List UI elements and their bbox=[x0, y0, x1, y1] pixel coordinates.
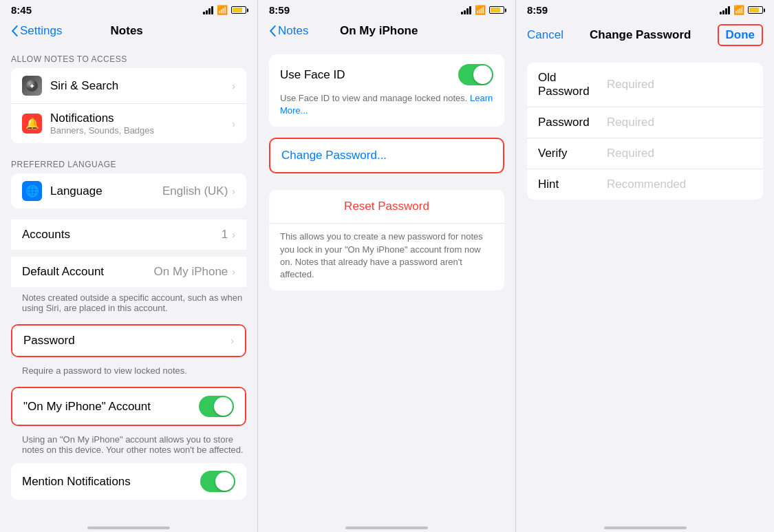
password-field-label: Password bbox=[538, 116, 607, 129]
siri-search-label: Siri & Search bbox=[50, 79, 232, 93]
status-bar-1: 8:45 📶 bbox=[0, 0, 257, 19]
home-bar-1 bbox=[87, 526, 170, 529]
nav-bar-2: Notes On My iPhone bbox=[258, 19, 515, 43]
back-label-1: Settings bbox=[20, 24, 62, 38]
password-row[interactable]: Password › bbox=[12, 326, 245, 356]
old-password-placeholder: Required bbox=[607, 78, 752, 92]
change-password-label: Change Password... bbox=[281, 149, 387, 162]
reset-password-desc: This allows you to create a new password… bbox=[269, 224, 504, 290]
face-id-toggle[interactable] bbox=[458, 64, 493, 85]
accounts-chevron-icon: › bbox=[232, 229, 235, 240]
done-button[interactable]: Done bbox=[718, 24, 764, 46]
mention-notif-group: Mention Notifications bbox=[11, 463, 246, 500]
nav-title-1: Notes bbox=[62, 24, 191, 38]
notifications-row[interactable]: 🔔 Notifications Banners, Sounds, Badges … bbox=[11, 104, 246, 143]
password-chevron-icon: › bbox=[230, 335, 234, 346]
accounts-label: Accounts bbox=[22, 228, 222, 242]
signal-icon-3 bbox=[720, 6, 730, 14]
battery-icon-3 bbox=[748, 6, 763, 14]
hint-label: Hint bbox=[538, 178, 607, 191]
language-value: English (UK) bbox=[162, 184, 228, 198]
panel-notes-settings: 8:45 📶 Settings Notes ALLOW NOTES TO bbox=[0, 0, 258, 532]
old-password-label: Old Password bbox=[538, 71, 607, 98]
password-label: Password bbox=[23, 334, 230, 348]
password-text: Password bbox=[23, 334, 230, 348]
battery-icon-1 bbox=[231, 6, 246, 14]
reset-password-label: Reset Password bbox=[344, 200, 429, 213]
home-bar-3 bbox=[604, 526, 687, 529]
on-my-iphone-group: "On My iPhone" Account bbox=[11, 387, 246, 426]
mention-notif-row: Mention Notifications bbox=[11, 463, 246, 500]
lang-chevron-icon: › bbox=[232, 186, 235, 197]
panel-change-password: 8:59 📶 Cancel Change Password Done Old P… bbox=[516, 0, 774, 532]
back-arrow-icon-2 bbox=[269, 25, 276, 36]
mention-notif-label: Mention Notifications bbox=[22, 475, 200, 489]
back-button-2[interactable]: Notes bbox=[269, 24, 308, 38]
time-1: 8:45 bbox=[11, 4, 32, 16]
notifications-label: Notifications bbox=[50, 111, 232, 125]
change-password-group: Change Password... bbox=[269, 138, 504, 173]
on-my-iphone-helper: Using an "On My iPhone" account allows y… bbox=[0, 432, 257, 463]
allow-access-label: ALLOW NOTES TO ACCESS bbox=[0, 43, 257, 68]
wifi-icon-3: 📶 bbox=[733, 5, 744, 15]
siri-search-row[interactable]: ✦ Siri & Search › bbox=[11, 68, 246, 104]
status-icons-3: 📶 bbox=[720, 5, 763, 15]
cancel-button[interactable]: Cancel bbox=[527, 28, 563, 42]
status-bar-3: 8:59 📶 bbox=[516, 0, 774, 19]
back-label-2: Notes bbox=[278, 24, 308, 38]
change-password-form: Old Password Required Password Required … bbox=[527, 63, 763, 200]
home-indicator-3 bbox=[516, 518, 774, 532]
siri-chevron-icon: › bbox=[232, 81, 235, 92]
nav-bar-1: Settings Notes bbox=[0, 19, 257, 43]
face-id-row: Use Face ID bbox=[280, 64, 493, 85]
accounts-row[interactable]: Accounts 1 › bbox=[11, 220, 246, 250]
on-my-iphone-text: "On My iPhone" Account bbox=[23, 400, 199, 414]
status-bar-2: 8:59 📶 bbox=[258, 0, 515, 19]
notifications-text: Notifications Banners, Sounds, Badges bbox=[50, 111, 232, 136]
default-account-helper: Notes created outside a specific account… bbox=[0, 290, 257, 321]
verify-label: Verify bbox=[538, 147, 607, 160]
toggle-knob bbox=[214, 397, 233, 416]
default-account-group: Default Account On My iPhone › bbox=[11, 257, 246, 287]
notif-icon: 🔔 bbox=[22, 114, 42, 134]
back-button-1[interactable]: Settings bbox=[11, 24, 62, 38]
mention-notif-toggle[interactable] bbox=[200, 471, 235, 492]
wifi-icon-2: 📶 bbox=[475, 5, 486, 15]
lang-icon: 🌐 bbox=[22, 181, 42, 201]
notif-chevron-icon: › bbox=[232, 118, 235, 129]
face-id-desc: Use Face ID to view and manage locked no… bbox=[280, 92, 493, 117]
allow-access-group: ✦ Siri & Search › 🔔 Notifications Banner… bbox=[11, 68, 246, 143]
language-label: Language bbox=[50, 184, 162, 198]
home-bar-2 bbox=[345, 526, 428, 529]
back-arrow-icon-1 bbox=[11, 25, 18, 36]
accounts-group: Accounts 1 › bbox=[11, 220, 246, 250]
nav-title-2: On My iPhone bbox=[308, 24, 449, 38]
password-group: Password › bbox=[11, 324, 246, 357]
signal-icon-2 bbox=[461, 6, 471, 14]
on-my-iphone-row: "On My iPhone" Account bbox=[12, 388, 245, 425]
language-group: 🌐 Language English (UK) › bbox=[11, 173, 246, 209]
language-row[interactable]: 🌐 Language English (UK) › bbox=[11, 173, 246, 209]
password-field-placeholder: Required bbox=[607, 116, 752, 129]
mention-toggle-knob bbox=[215, 472, 234, 491]
notifications-sub-label: Banners, Sounds, Badges bbox=[50, 125, 232, 136]
home-indicator-1 bbox=[0, 518, 257, 532]
hint-placeholder: Recommended bbox=[607, 178, 752, 191]
change-password-button[interactable]: Change Password... bbox=[270, 139, 503, 172]
language-text: Language bbox=[50, 184, 162, 198]
face-id-toggle-knob bbox=[473, 65, 492, 84]
siri-search-text: Siri & Search bbox=[50, 79, 232, 93]
wifi-icon-1: 📶 bbox=[217, 5, 228, 15]
battery-icon-2 bbox=[489, 6, 504, 14]
on-my-iphone-toggle[interactable] bbox=[199, 396, 234, 417]
face-id-section: Use Face ID Use Face ID to view and mana… bbox=[269, 54, 504, 127]
on-my-iphone-label: "On My iPhone" Account bbox=[23, 400, 199, 414]
reset-password-button[interactable]: Reset Password bbox=[269, 190, 504, 224]
status-icons-2: 📶 bbox=[461, 5, 504, 15]
default-account-chevron-icon: › bbox=[232, 266, 235, 277]
hint-row: Hint Recommended bbox=[527, 169, 763, 200]
default-account-text: Default Account bbox=[22, 265, 154, 279]
default-account-row[interactable]: Default Account On My iPhone › bbox=[11, 257, 246, 287]
password-field-row: Password Required bbox=[527, 107, 763, 138]
mention-notif-text: Mention Notifications bbox=[22, 475, 200, 489]
